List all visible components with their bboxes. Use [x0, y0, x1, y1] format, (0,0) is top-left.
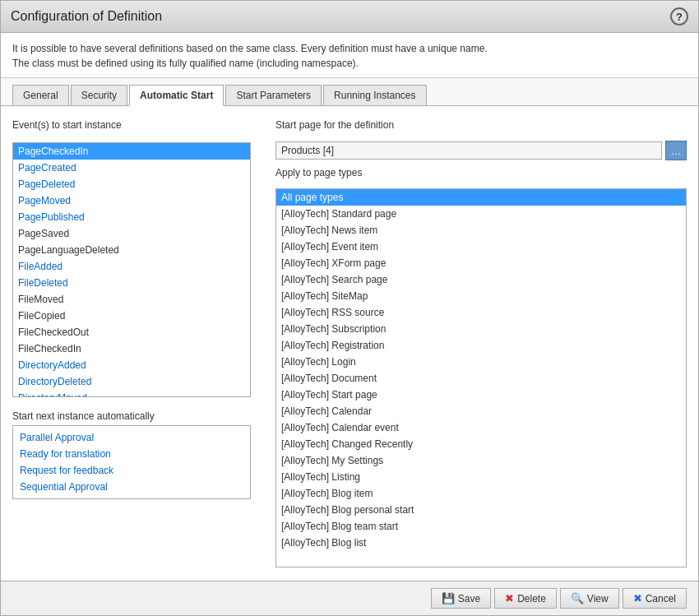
- view-button[interactable]: 🔍 View: [560, 588, 619, 609]
- event-item-directory-deleted[interactable]: DirectoryDeleted: [13, 373, 250, 390]
- page-type-item-xform-page[interactable]: [AlloyTech] XForm page: [276, 255, 686, 271]
- page-type-item-listing[interactable]: [AlloyTech] Listing: [276, 469, 686, 485]
- page-type-item-my-settings[interactable]: [AlloyTech] My Settings: [276, 452, 686, 469]
- event-item-file-moved[interactable]: FileMoved: [13, 291, 250, 308]
- event-item-directory-moved[interactable]: DirectoryMoved: [13, 390, 250, 397]
- event-item-file-checked-out[interactable]: FileCheckedOut: [13, 324, 250, 340]
- right-panel: Start page for the definition ... Apply …: [275, 119, 687, 567]
- browse-button[interactable]: ...: [665, 141, 687, 160]
- left-panel: Event(s) to start instance PageCheckedIn…: [12, 119, 251, 567]
- start-page-input[interactable]: [275, 141, 662, 160]
- next-instance-item-request-for-feedback[interactable]: Request for feedback: [13, 462, 250, 479]
- page-type-item-blog-list[interactable]: [AlloyTech] Blog list: [276, 535, 686, 551]
- title-bar: Configuration of Definition ?: [1, 1, 698, 33]
- start-page-row: ...: [275, 141, 687, 160]
- page-type-item-blog-personal-start[interactable]: [AlloyTech] Blog personal start: [276, 502, 686, 518]
- tab-automatic-start[interactable]: Automatic Start: [129, 85, 224, 106]
- page-type-item-calendar-event[interactable]: [AlloyTech] Calendar event: [276, 419, 686, 436]
- save-button[interactable]: 💾 Save: [431, 588, 491, 609]
- tab-start-parameters[interactable]: Start Parameters: [225, 85, 322, 105]
- main-window: Configuration of Definition ? It is poss…: [0, 0, 699, 616]
- cancel-button[interactable]: ✖ Cancel: [623, 588, 687, 609]
- page-type-item-changed-recently[interactable]: [AlloyTech] Changed Recently: [276, 436, 686, 452]
- page-type-item-event-item[interactable]: [AlloyTech] Event item: [276, 239, 686, 255]
- next-instance-label: Start next instance automatically: [12, 410, 251, 422]
- events-label: Event(s) to start instance: [12, 119, 251, 131]
- next-instance-item-ready-for-translation[interactable]: Ready for translation: [13, 446, 250, 462]
- event-item-directory-added[interactable]: DirectoryAdded: [13, 357, 250, 373]
- event-item-page-checked-in[interactable]: PageCheckedIn: [13, 143, 250, 160]
- next-instance-item-parallel-approval[interactable]: Parallel Approval: [13, 429, 250, 446]
- description-line2: The class must be defined using its full…: [12, 56, 687, 71]
- cancel-icon: ✖: [633, 592, 642, 604]
- page-types-list[interactable]: All page types[AlloyTech] Standard page[…: [275, 188, 687, 567]
- page-type-item-standard-page[interactable]: [AlloyTech] Standard page: [276, 206, 686, 222]
- delete-label: Delete: [517, 593, 546, 604]
- next-instance-section: Start next instance automatically Parall…: [12, 410, 251, 499]
- page-types-label: Apply to page types: [275, 167, 687, 178]
- page-type-item-rss-source[interactable]: [AlloyTech] RSS source: [276, 304, 686, 321]
- save-icon: 💾: [442, 592, 455, 604]
- event-item-file-checked-in[interactable]: FileCheckedIn: [13, 340, 250, 357]
- page-type-item-news-item[interactable]: [AlloyTech] News item: [276, 222, 686, 239]
- description-line1: It is possible to have several definitio…: [12, 41, 687, 56]
- tab-general[interactable]: General: [12, 85, 69, 105]
- save-label: Save: [458, 593, 480, 604]
- page-type-item-sitemap[interactable]: [AlloyTech] SiteMap: [276, 288, 686, 304]
- tab-security[interactable]: Security: [71, 85, 127, 105]
- page-type-item-all-page-types[interactable]: All page types: [276, 189, 686, 206]
- next-instance-list[interactable]: Parallel ApprovalReady for translationRe…: [12, 425, 251, 499]
- page-type-item-registration[interactable]: [AlloyTech] Registration: [276, 337, 686, 354]
- view-label: View: [587, 593, 609, 604]
- tab-bar: GeneralSecurityAutomatic StartStart Para…: [1, 78, 698, 106]
- page-type-item-search-page[interactable]: [AlloyTech] Search page: [276, 271, 686, 288]
- event-item-page-created[interactable]: PageCreated: [13, 160, 250, 176]
- cancel-label: Cancel: [646, 593, 676, 604]
- page-type-item-blog-team-start[interactable]: [AlloyTech] Blog team start: [276, 518, 686, 535]
- page-type-item-login[interactable]: [AlloyTech] Login: [276, 354, 686, 370]
- help-button[interactable]: ?: [670, 7, 688, 25]
- content-area: Event(s) to start instance PageCheckedIn…: [1, 106, 698, 581]
- event-item-file-deleted[interactable]: FileDeleted: [13, 275, 250, 291]
- start-page-label: Start page for the definition: [275, 119, 687, 131]
- delete-icon: ✖: [505, 592, 514, 604]
- event-item-page-published[interactable]: PagePublished: [13, 209, 250, 225]
- window-title: Configuration of Definition: [11, 9, 162, 24]
- events-list[interactable]: PageCheckedInPageCreatedPageDeletedPageM…: [12, 142, 251, 397]
- page-type-item-start-page[interactable]: [AlloyTech] Start page: [276, 387, 686, 403]
- delete-button[interactable]: ✖ Delete: [494, 588, 557, 609]
- event-item-file-added[interactable]: FileAdded: [13, 258, 250, 275]
- description: It is possible to have several definitio…: [1, 33, 698, 78]
- page-type-item-subscription[interactable]: [AlloyTech] Subscription: [276, 321, 686, 337]
- page-type-item-calendar[interactable]: [AlloyTech] Calendar: [276, 403, 686, 419]
- event-item-file-copied[interactable]: FileCopied: [13, 308, 250, 324]
- view-icon: 🔍: [571, 592, 584, 604]
- event-item-page-language-deleted[interactable]: PageLanguageDeleted: [13, 242, 250, 258]
- tab-running-instances[interactable]: Running Instances: [323, 85, 426, 105]
- event-item-page-deleted[interactable]: PageDeleted: [13, 176, 250, 192]
- page-type-item-blog-item[interactable]: [AlloyTech] Blog item: [276, 485, 686, 502]
- page-type-item-document[interactable]: [AlloyTech] Document: [276, 370, 686, 387]
- next-instance-item-sequential-approval[interactable]: Sequential Approval: [13, 479, 250, 495]
- event-item-page-saved[interactable]: PageSaved: [13, 225, 250, 242]
- footer: 💾 Save ✖ Delete 🔍 View ✖ Cancel: [1, 581, 698, 615]
- event-item-page-moved[interactable]: PageMoved: [13, 192, 250, 209]
